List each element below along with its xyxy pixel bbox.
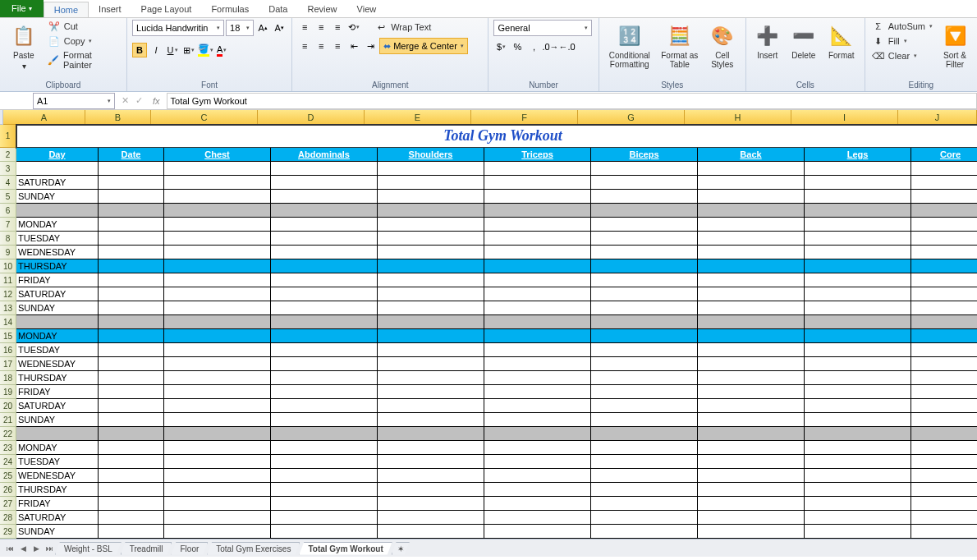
cell-F26[interactable] <box>484 483 591 497</box>
cell-F5[interactable] <box>484 190 591 204</box>
menu-tab-data[interactable]: Data <box>259 2 297 17</box>
cell-F13[interactable] <box>484 301 591 315</box>
cell-C26[interactable] <box>164 483 271 497</box>
cell-G3[interactable] <box>591 162 698 176</box>
cell-J27[interactable] <box>911 497 977 511</box>
enter-icon[interactable]: ✓ <box>132 95 146 106</box>
delete-button[interactable]: ➖Delete <box>787 20 820 60</box>
header-cell-triceps[interactable]: Triceps <box>484 148 591 162</box>
cell-C29[interactable] <box>164 525 271 539</box>
cell-F25[interactable] <box>484 469 591 483</box>
cell-B16[interactable] <box>99 343 164 357</box>
cell-F8[interactable] <box>484 232 591 246</box>
cell-B15[interactable] <box>99 329 164 343</box>
cell-B21[interactable] <box>99 413 164 427</box>
cell-A9[interactable]: WEDNESDAY <box>16 246 99 259</box>
row-header-15[interactable]: 15 <box>0 329 16 343</box>
cell-I18[interactable] <box>805 371 911 385</box>
cell-A29[interactable]: SUNDAY <box>16 525 99 539</box>
cell-G12[interactable] <box>591 287 698 301</box>
header-cell-back[interactable]: Back <box>698 148 805 162</box>
cell-E11[interactable] <box>378 273 484 287</box>
conditional-formatting-button[interactable]: 🔢Conditional Formatting <box>604 20 655 69</box>
cell-E26[interactable] <box>378 483 484 497</box>
cell-G17[interactable] <box>591 357 698 371</box>
row-header-7[interactable]: 7 <box>0 218 16 232</box>
file-tab[interactable]: File <box>0 0 44 17</box>
cell-styles-button[interactable]: 🎨Cell Styles <box>704 20 741 69</box>
fill-color-button[interactable]: 🪣▾ <box>198 43 213 57</box>
format-painter-button[interactable]: 🖌️Format Painter <box>46 49 122 71</box>
header-cell-legs[interactable]: Legs <box>805 148 911 162</box>
sheet-tab-weight-bsl[interactable]: Weight - BSL <box>55 542 122 555</box>
col-header-J[interactable]: J <box>898 110 977 125</box>
row-header-29[interactable]: 29 <box>0 525 16 539</box>
cell-A27[interactable]: FRIDAY <box>16 497 99 511</box>
col-header-E[interactable]: E <box>365 110 471 125</box>
cell-C8[interactable] <box>164 232 271 246</box>
col-header-H[interactable]: H <box>685 110 791 125</box>
row-header-18[interactable]: 18 <box>0 371 16 385</box>
cell-G4[interactable] <box>591 176 698 190</box>
row-header-19[interactable]: 19 <box>0 385 16 399</box>
cell-C11[interactable] <box>164 273 271 287</box>
cell-H22[interactable] <box>698 427 805 441</box>
fx-icon[interactable]: fx <box>146 96 167 106</box>
cell-A8[interactable]: TUESDAY <box>16 232 99 246</box>
font-color-button[interactable]: A▾ <box>214 43 229 57</box>
cell-C4[interactable] <box>164 176 271 190</box>
cell-J3[interactable] <box>911 162 977 176</box>
comma-button[interactable]: , <box>526 39 541 54</box>
cell-B24[interactable] <box>99 455 164 469</box>
cell-D22[interactable] <box>271 427 378 441</box>
cell-D26[interactable] <box>271 483 378 497</box>
cell-F29[interactable] <box>484 525 591 539</box>
border-button[interactable]: ⊞▾ <box>181 43 196 57</box>
cell-I11[interactable] <box>805 273 911 287</box>
menu-tab-page-layout[interactable]: Page Layout <box>131 2 202 17</box>
cell-F4[interactable] <box>484 176 591 190</box>
cell-A22[interactable] <box>16 427 99 441</box>
cell-E4[interactable] <box>378 176 484 190</box>
cell-B29[interactable] <box>99 525 164 539</box>
cell-G13[interactable] <box>591 301 698 315</box>
cell-I23[interactable] <box>805 441 911 455</box>
cell-F6[interactable] <box>484 204 591 218</box>
cell-E9[interactable] <box>378 246 484 259</box>
cell-B8[interactable] <box>99 232 164 246</box>
cell-J15[interactable] <box>911 329 977 343</box>
cell-C5[interactable] <box>164 190 271 204</box>
row-header-9[interactable]: 9 <box>0 246 16 259</box>
cell-C19[interactable] <box>164 385 271 399</box>
cell-J22[interactable] <box>911 427 977 441</box>
row-header-20[interactable]: 20 <box>0 399 16 413</box>
cell-D15[interactable] <box>271 329 378 343</box>
cell-D14[interactable] <box>271 315 378 329</box>
row-header-17[interactable]: 17 <box>0 357 16 371</box>
cell-B3[interactable] <box>99 162 164 176</box>
cell-G15[interactable] <box>591 329 698 343</box>
cell-A6[interactable] <box>16 204 99 218</box>
sort-filter-button[interactable]: 🔽Sort & Filter <box>938 20 972 69</box>
cell-I4[interactable] <box>805 176 911 190</box>
cell-B27[interactable] <box>99 497 164 511</box>
align-top-button[interactable]: ≡ <box>297 20 312 34</box>
cell-H23[interactable] <box>698 441 805 455</box>
cell-D8[interactable] <box>271 232 378 246</box>
cell-G27[interactable] <box>591 497 698 511</box>
cell-A7[interactable]: MONDAY <box>16 218 99 232</box>
cell-J12[interactable] <box>911 287 977 301</box>
cell-J23[interactable] <box>911 441 977 455</box>
cell-E7[interactable] <box>378 218 484 232</box>
cell-I20[interactable] <box>805 399 911 413</box>
cell-F19[interactable] <box>484 385 591 399</box>
cell-E27[interactable] <box>378 497 484 511</box>
cell-D24[interactable] <box>271 455 378 469</box>
cell-F23[interactable] <box>484 441 591 455</box>
cell-B10[interactable] <box>99 259 164 273</box>
cell-B17[interactable] <box>99 357 164 371</box>
cell-D27[interactable] <box>271 497 378 511</box>
cell-F16[interactable] <box>484 343 591 357</box>
cell-H25[interactable] <box>698 469 805 483</box>
cell-H3[interactable] <box>698 162 805 176</box>
